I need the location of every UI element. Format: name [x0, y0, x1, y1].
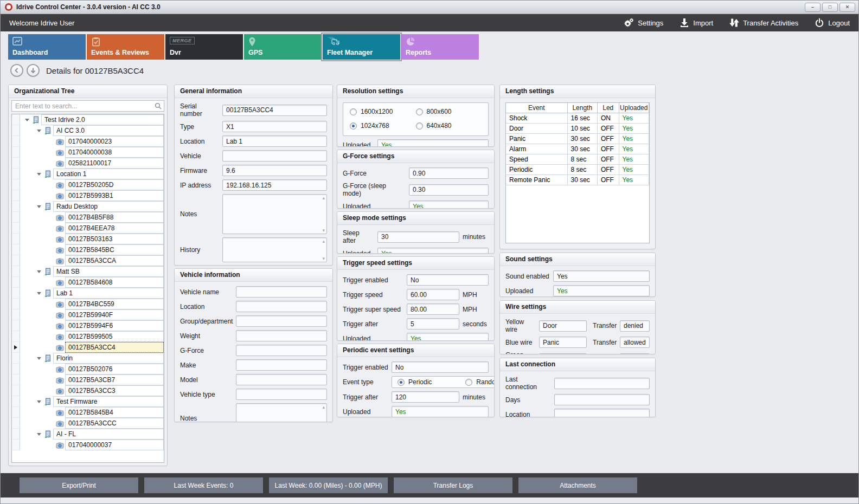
- field-input[interactable]: [236, 374, 327, 385]
- tree-item[interactable]: 00127B503163: [12, 234, 164, 244]
- field-input[interactable]: [409, 184, 489, 196]
- expander-icon[interactable]: [35, 169, 43, 179]
- tree-item[interactable]: 00127B5A3CC4: [12, 342, 164, 353]
- field-input[interactable]: [377, 248, 489, 254]
- tree-search-input[interactable]: [11, 100, 164, 112]
- expander-icon[interactable]: [35, 353, 43, 364]
- tree-item[interactable]: 00127B502076: [12, 364, 164, 374]
- transfer-input[interactable]: [620, 353, 650, 355]
- nav-tile[interactable]: Dashboard: [8, 34, 86, 60]
- field-input[interactable]: [236, 345, 327, 356]
- footer-button[interactable]: Last Week Events: 0: [144, 477, 263, 493]
- toolbar-action[interactable]: Logout: [815, 18, 850, 28]
- column-header[interactable]: Uploaded: [619, 103, 649, 113]
- table-row[interactable]: Door 10 sec OFF Yes: [506, 124, 649, 134]
- footer-button[interactable]: Attachments: [518, 477, 637, 493]
- tree-item[interactable]: Test Idrive 2.0: [12, 114, 164, 125]
- table-row[interactable]: Periodic 8 sec OFF Yes: [506, 165, 649, 175]
- tree-item[interactable]: 00127B5994F6: [12, 320, 164, 331]
- field-textarea[interactable]: [222, 194, 327, 234]
- event-type-option[interactable]: Periodic: [398, 378, 432, 386]
- nav-tile[interactable]: MERGE Dvr: [165, 34, 243, 60]
- tree-item[interactable]: 017040000023: [12, 136, 164, 147]
- field-input[interactable]: [236, 330, 327, 341]
- field-input[interactable]: [407, 318, 459, 329]
- maximize-button[interactable]: □: [822, 3, 838, 12]
- field-input[interactable]: [222, 179, 327, 191]
- table-row[interactable]: Remote Panic 30 sec OFF Yes: [506, 175, 649, 185]
- table-row[interactable]: Alarm 30 sec OFF Yes: [506, 144, 649, 154]
- resolution-option[interactable]: 1024x768: [350, 122, 416, 130]
- expander-icon[interactable]: [35, 201, 43, 212]
- wire-event-input[interactable]: [539, 337, 587, 348]
- field-input[interactable]: [392, 391, 459, 403]
- field-input[interactable]: [236, 286, 327, 298]
- field-input[interactable]: [407, 333, 489, 341]
- column-header[interactable]: Event: [506, 103, 568, 113]
- tree-item[interactable]: 00127B4EEA78: [12, 223, 164, 234]
- field-input[interactable]: [392, 361, 489, 373]
- field-input[interactable]: [553, 285, 650, 296]
- field-textarea[interactable]: [236, 403, 327, 422]
- transfer-input[interactable]: [620, 320, 650, 332]
- field-input[interactable]: [409, 167, 489, 179]
- tree-item[interactable]: 00127B5845B4: [12, 407, 164, 418]
- tree-item[interactable]: 00127B584608: [12, 277, 164, 288]
- radio-button-icon[interactable]: [465, 379, 472, 386]
- field-input[interactable]: [236, 359, 327, 371]
- tree-item[interactable]: 00127B5A3CB7: [12, 374, 164, 385]
- nav-tile[interactable]: GPS: [244, 34, 322, 60]
- field-input[interactable]: [236, 389, 327, 400]
- tree-item[interactable]: 00127B5A3CC3: [12, 385, 164, 396]
- column-header[interactable]: Length: [568, 103, 598, 113]
- tree-item[interactable]: 00127B599505: [12, 331, 164, 342]
- radio-button-icon[interactable]: [350, 108, 357, 115]
- tree-item[interactable]: 00127B5993B1: [12, 190, 164, 201]
- minimize-button[interactable]: –: [805, 3, 820, 12]
- expander-icon[interactable]: [35, 288, 43, 299]
- tree-item[interactable]: 00127B5A3CCC: [12, 418, 164, 429]
- resolution-option[interactable]: 1600x1200: [350, 108, 416, 115]
- field-input[interactable]: [553, 270, 650, 282]
- nav-tile[interactable]: Reports: [401, 34, 479, 60]
- tree-item[interactable]: Location 1: [12, 169, 164, 179]
- radio-button-icon[interactable]: [398, 379, 405, 386]
- tree-item[interactable]: Lab 1: [12, 288, 164, 299]
- nav-tile[interactable]: Events & Reviews: [87, 34, 164, 60]
- field-input[interactable]: [236, 301, 327, 312]
- close-button[interactable]: ✕: [839, 3, 855, 12]
- radio-button-icon[interactable]: [350, 122, 357, 130]
- tree-item[interactable]: AI - FL: [12, 429, 164, 440]
- tree-item[interactable]: 00127B5A3CCA: [12, 255, 164, 266]
- tree-item[interactable]: 00127B59940F: [12, 309, 164, 320]
- tree-item[interactable]: 025821100017: [12, 158, 164, 169]
- tree-item[interactable]: 017040000037: [12, 440, 164, 450]
- tree-item[interactable]: AI CC 3.0: [12, 125, 164, 136]
- tree-item[interactable]: Matt SB: [12, 266, 164, 277]
- expander-icon[interactable]: [35, 125, 43, 136]
- tree-item[interactable]: 017040000038: [12, 147, 164, 158]
- footer-button[interactable]: Export/Print: [20, 477, 138, 493]
- expander-icon[interactable]: [23, 114, 31, 125]
- resolution-option[interactable]: 800x600: [416, 108, 482, 115]
- tree-item[interactable]: 00127B4BC559: [12, 299, 164, 309]
- field-input[interactable]: [407, 274, 489, 286]
- field-input[interactable]: [222, 150, 327, 161]
- expander-icon[interactable]: [35, 429, 43, 440]
- table-row[interactable]: Panic 30 sec OFF Yes: [506, 134, 649, 144]
- field-input[interactable]: [554, 409, 650, 417]
- tree-item[interactable]: 00127B4B5F88: [12, 212, 164, 223]
- field-input[interactable]: [222, 121, 327, 132]
- toolbar-action[interactable]: Transfer Activities: [729, 18, 798, 28]
- expander-icon[interactable]: [35, 266, 43, 277]
- field-input[interactable]: [222, 165, 327, 176]
- field-input[interactable]: [409, 201, 489, 209]
- field-input[interactable]: [236, 315, 327, 327]
- column-header[interactable]: Led: [598, 103, 619, 113]
- field-input[interactable]: [392, 406, 489, 417]
- uploaded-input[interactable]: [377, 139, 489, 147]
- tree-item[interactable]: Radu Desktop: [12, 201, 164, 212]
- table-row[interactable]: Shock 16 sec ON Yes: [506, 113, 649, 124]
- field-input[interactable]: [407, 303, 459, 315]
- event-type-option[interactable]: Random: [465, 378, 495, 386]
